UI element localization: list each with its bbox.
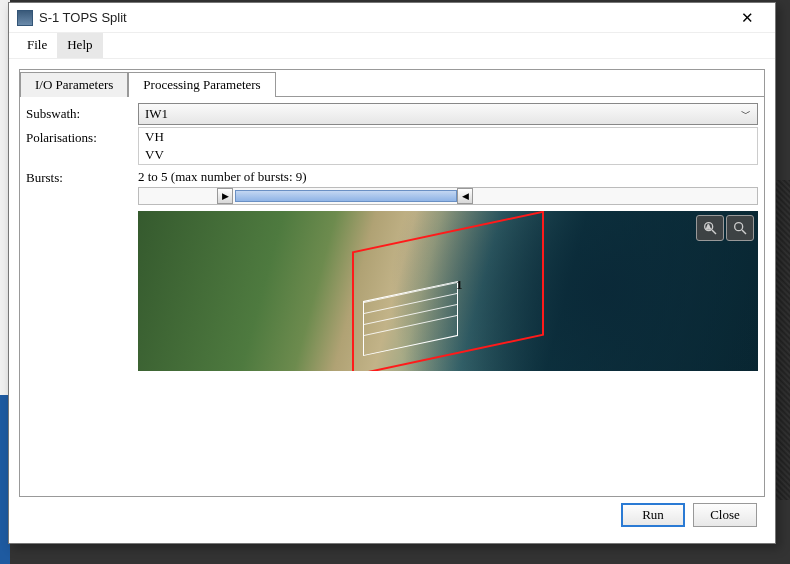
- bursts-value-row: 2 to 5 (max number of bursts: 9) ▶ ◀: [138, 167, 758, 207]
- close-button[interactable]: Close: [693, 503, 757, 527]
- tab-processing-parameters[interactable]: Processing Parameters: [128, 72, 275, 97]
- chevron-down-icon: ﹀: [741, 107, 751, 121]
- window-title: S-1 TOPS Split: [39, 10, 727, 25]
- slider-arrow-left-icon[interactable]: ▶: [217, 188, 233, 204]
- subswath-label: Subswath:: [26, 103, 138, 125]
- tabs-container: I/O Parameters Processing Parameters Sub…: [19, 69, 765, 497]
- tabstrip: I/O Parameters Processing Parameters: [20, 70, 764, 96]
- bursts-text: 2 to 5 (max number of bursts: 9): [138, 169, 758, 185]
- menu-help[interactable]: Help: [57, 33, 102, 58]
- swath-number-label: 1: [456, 277, 463, 293]
- run-button[interactable]: Run: [621, 503, 685, 527]
- map-preview: 1 A: [138, 211, 758, 371]
- bursts-slider-range[interactable]: [235, 190, 457, 202]
- svg-text:A: A: [706, 223, 711, 230]
- processing-panel: Subswath: IW1 ﹀ Polarisations: VH VV Bur…: [20, 96, 764, 496]
- polarisation-item[interactable]: VV: [139, 146, 757, 164]
- dialog-footer: Run Close: [19, 497, 765, 533]
- svg-point-3: [735, 223, 743, 231]
- subswath-value: IW1: [145, 106, 168, 122]
- polarisations-list[interactable]: VH VV: [138, 127, 758, 165]
- tab-io-parameters[interactable]: I/O Parameters: [20, 72, 128, 97]
- polarisation-item[interactable]: VH: [139, 128, 757, 146]
- app-icon: [17, 10, 33, 26]
- subswath-select[interactable]: IW1 ﹀: [138, 103, 758, 125]
- svg-line-4: [742, 230, 746, 234]
- zoom-icon[interactable]: [726, 215, 754, 241]
- menubar: File Help: [9, 33, 775, 59]
- polarisations-label: Polarisations:: [26, 127, 138, 149]
- zoom-fit-icon[interactable]: A: [696, 215, 724, 241]
- bursts-slider[interactable]: ▶ ◀: [138, 187, 758, 205]
- slider-arrow-right-icon[interactable]: ◀: [457, 188, 473, 204]
- map-toolbar: A: [696, 215, 754, 241]
- s1-tops-split-window: S-1 TOPS Split ✕ File Help I/O Parameter…: [8, 2, 776, 544]
- menu-file[interactable]: File: [17, 33, 57, 58]
- titlebar: S-1 TOPS Split ✕: [9, 3, 775, 33]
- bursts-label: Bursts:: [26, 167, 138, 189]
- close-icon[interactable]: ✕: [727, 9, 767, 27]
- content-area: I/O Parameters Processing Parameters Sub…: [9, 59, 775, 543]
- svg-line-1: [712, 230, 716, 234]
